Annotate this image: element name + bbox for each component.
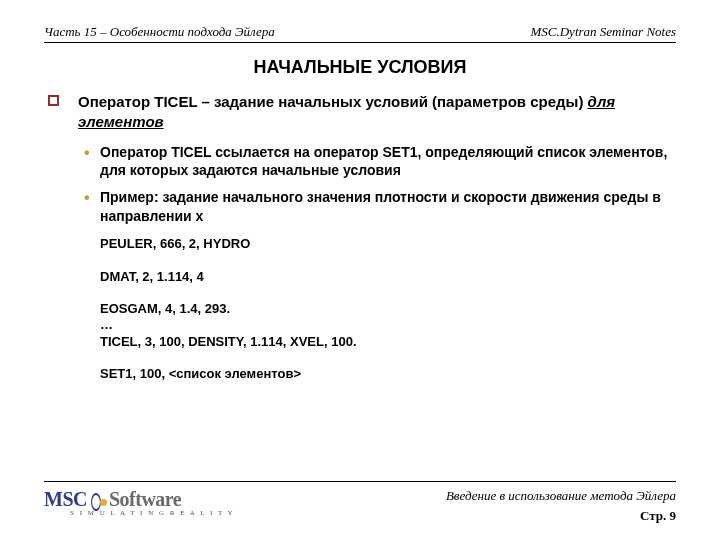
slide-page: Часть 15 – Особенности подхода Эйлера MS… — [0, 0, 720, 540]
msc-software-logo: MSCSoftware S I M U L A T I N G R E A L … — [44, 488, 235, 517]
bullet-level1: Оператор TICEL – задание начальных услов… — [44, 92, 676, 133]
logo-swoosh-icon — [87, 493, 109, 511]
logo-msc-text: MSC — [44, 488, 87, 510]
bullet-level2-a: Оператор TICEL ссылается на оператор SET… — [44, 143, 676, 181]
square-bullet-icon — [48, 95, 59, 106]
page-num: 9 — [670, 508, 677, 523]
sub-b-text: Пример: задание начального значения плот… — [100, 189, 661, 224]
page-number: Стр. 9 — [446, 508, 676, 524]
footer-intro: Введение в использование метода Эйлера — [446, 488, 676, 504]
header-right: MSC.Dytran Seminar Notes — [530, 24, 676, 40]
code-block: PEULER, 666, 2, HYDRO DMAT, 2, 1.114, 4 … — [44, 236, 676, 382]
bullet1-text: Оператор TICEL – задание начальных услов… — [78, 93, 588, 110]
bullet-level2-b: Пример: задание начального значения плот… — [44, 188, 676, 226]
header-left: Часть 15 – Особенности подхода Эйлера — [44, 24, 275, 40]
footer-rule — [44, 481, 676, 482]
header-bar: Часть 15 – Особенности подхода Эйлера MS… — [44, 24, 676, 43]
footer: MSCSoftware S I M U L A T I N G R E A L … — [44, 481, 676, 524]
sub-a-text: Оператор TICEL ссылается на оператор SET… — [100, 144, 667, 179]
logo-tagline: S I M U L A T I N G R E A L I T Y — [44, 509, 235, 517]
page-label: Стр. — [640, 508, 670, 523]
logo-software-text: Software — [109, 488, 181, 510]
slide-title: НАЧАЛЬНЫЕ УСЛОВИЯ — [44, 57, 676, 78]
